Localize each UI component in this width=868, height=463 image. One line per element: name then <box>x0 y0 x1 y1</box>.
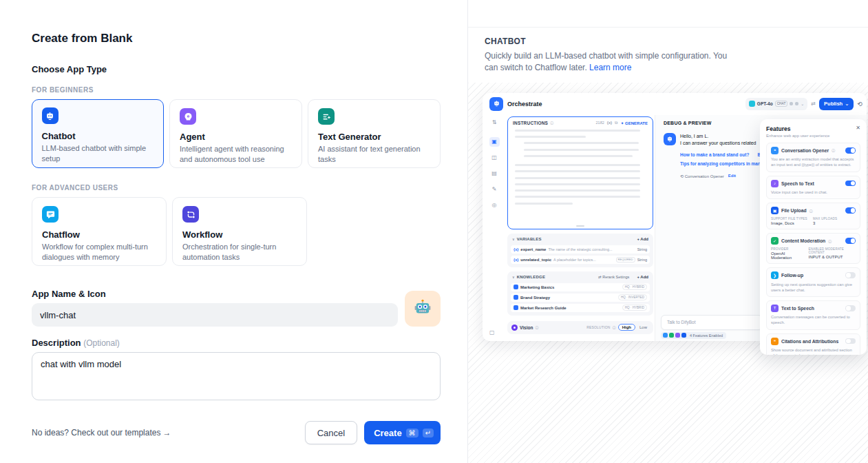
variable-row: {x} unrelated_topic A placeholder for to… <box>511 256 650 264</box>
app-type-card-chatflow[interactable]: Chatflow Workflow for complex multi-turn… <box>32 197 167 266</box>
chat-input: Talk to DifyBot <box>661 315 763 330</box>
description-textarea[interactable]: chat with vllm model <box>32 352 441 400</box>
toggle-on <box>845 181 856 187</box>
nav-annotation-icon: ✎ <box>489 185 500 194</box>
choose-app-type-heading: Choose App Type <box>32 64 441 74</box>
app-type-card-agent[interactable]: Agent Intelligent agent with reasoning a… <box>169 99 302 168</box>
dataset-icon <box>514 295 518 300</box>
preview-pane-topbar <box>468 0 868 28</box>
features-panel: Features ✕ Enhance web app user experien… <box>760 119 867 355</box>
knowledge-row: Marketing Basics HQ · HYBRID <box>511 283 650 291</box>
nav-preview-icon: ◫ <box>489 153 500 163</box>
orchestrate-title: Orchestrate <box>507 101 542 107</box>
toggle-off <box>845 305 856 311</box>
arrow-right-icon: → <box>162 428 171 438</box>
app-name-label: App Name & Icon <box>32 289 398 299</box>
orchestrate-config-column: INSTRUCTIONS ⓘ 2182 {x} ⧉ ✦ GENERATE <box>507 116 653 334</box>
app-type-card-chatbot[interactable]: Chatbot LLM-based chatbot with simple se… <box>32 99 164 168</box>
modal-footer: No ideas? Check out our templates→ Cance… <box>32 421 441 444</box>
knowledge-row: Brand Strategy HQ · INVERTED <box>511 294 650 302</box>
card-description: Intelligent agent with reasoning and aut… <box>180 144 292 164</box>
feature-card-speech-to-text: ♪ Speech to Text Voice input can be used… <box>766 176 860 200</box>
app-type-card-workflow[interactable]: Workflow Orchestration for single-turn a… <box>172 197 307 266</box>
model-selector: GPT-4o CHAT ⌄ <box>745 98 808 110</box>
model-capability-icon <box>790 102 793 105</box>
prompt-skeleton-text <box>508 128 653 205</box>
opener-mini-icon <box>663 333 668 338</box>
edit-opener-link: Edit <box>728 174 736 178</box>
app-avatar-icon <box>489 97 503 111</box>
feature-card-content-moderation: ✓ Content Moderation ⓘ PROVIDER OpenAI M… <box>766 233 860 264</box>
chevron-down-icon: ∨ <box>512 237 515 241</box>
app-type-preview-pane: CHATBOT Quickly build an LLM-based chatb… <box>467 0 868 463</box>
description-label: Description (Optional) <box>32 338 441 348</box>
app-name-input[interactable] <box>32 303 398 327</box>
nav-monitoring-icon: ◎ <box>489 200 500 210</box>
card-title: Workflow <box>182 229 297 240</box>
modal-title: Create from Blank <box>32 32 441 45</box>
cancel-button[interactable]: Cancel <box>305 421 357 444</box>
orchestrate-topbar: Orchestrate GPT-4o CHAT ⌄ ⇄ Publish <box>483 93 867 115</box>
toggle-on <box>845 207 856 214</box>
model-capability-icon <box>795 102 798 105</box>
preview-pane-description: Quickly build an LLM-based chatbot with … <box>485 50 742 74</box>
chevron-down-icon: ∨ <box>512 275 515 279</box>
generate-button: ✦ GENERATE <box>620 121 648 125</box>
model-provider-icon <box>749 101 755 107</box>
toggle-off <box>845 272 856 278</box>
vision-icon <box>511 325 518 331</box>
close-icon: ✕ <box>856 125 860 131</box>
agent-icon <box>180 108 196 125</box>
bot-avatar <box>664 133 676 145</box>
group-label-beginners: FOR BEGINNERS <box>32 86 441 94</box>
card-title: Agent <box>180 132 292 142</box>
microphone-icon: ♪ <box>771 180 779 187</box>
card-title: Text Generator <box>318 132 430 142</box>
templates-link[interactable]: No ideas? Check out our templates→ <box>32 428 171 438</box>
preview-pane-heading: CHATBOT <box>485 37 851 46</box>
text-to-speech-icon: T <box>771 305 779 312</box>
app-icon-picker[interactable] <box>405 291 441 327</box>
card-title: Chatbot <box>42 131 154 141</box>
toggle-off <box>845 338 856 344</box>
nav-logs-icon: ▤ <box>489 169 500 178</box>
workflow-icon <box>182 206 199 223</box>
create-app-screen: Create from Blank Choose App Type FOR BE… <box>0 0 868 463</box>
nav-orchestrate-icon: ▣ <box>489 137 500 147</box>
variables-panel: ∨ VARIABLES + Add {x} expert_name The na… <box>507 234 653 267</box>
collapse-rail-icon: ▢ <box>489 329 495 336</box>
info-icon: ⓘ <box>809 209 813 213</box>
app-name-row: App Name & Icon <box>32 289 441 327</box>
info-icon: ⓘ <box>828 239 832 243</box>
toggle-panel-icon: ⇅ <box>489 118 500 127</box>
history-icon: ⟲ <box>857 101 862 107</box>
info-icon: ⓘ <box>535 325 538 329</box>
feature-card-file-upload: ▣ File Upload ⓘ SUPPORT FILE TYPES Image… <box>766 203 860 229</box>
app-type-card-text-generator[interactable]: Text Generator AI assistant for text gen… <box>308 99 441 168</box>
resolution-high-option: High <box>618 324 635 331</box>
cmd-key-icon: ⌘ <box>406 429 419 438</box>
chatbot-icon <box>42 107 59 124</box>
add-variable-button: + Add <box>637 237 648 241</box>
toggle-on <box>845 238 856 244</box>
card-description: LLM-based chatbot with simple setup <box>42 143 154 163</box>
enter-key-icon: ↵ <box>423 429 434 438</box>
vision-setting-row: Vision ⓘ RESOLUTION ⓘ High Low <box>507 321 653 334</box>
knowledge-row: Market Research Guide HQ · HYBRID <box>511 304 650 312</box>
learn-more-link[interactable]: Learn more <box>589 63 631 72</box>
variable-icon: {x} <box>514 247 518 251</box>
moderation-mini-icon <box>669 333 674 338</box>
preview-screenshot-area: Orchestrate GPT-4o CHAT ⌄ ⇄ Publish <box>468 83 868 463</box>
description-optional-hint: (Optional) <box>83 338 120 348</box>
shield-check-icon: ✓ <box>771 237 779 245</box>
text-generator-icon <box>318 108 335 125</box>
dataset-icon <box>514 285 518 289</box>
create-button[interactable]: Create ⌘ ↵ <box>364 421 441 444</box>
file-upload-mini-icon <box>681 333 686 338</box>
chevron-down-icon: ⌄ <box>845 101 849 107</box>
feature-card-citations: ❞ Citations and Attributions Show source… <box>766 333 860 355</box>
app-icon-robot <box>413 298 432 320</box>
info-icon: ⓘ <box>613 325 616 329</box>
advanced-cards-row: Chatflow Workflow for complex multi-turn… <box>32 197 441 266</box>
rerank-settings-button: ⇄ Rerank Settings <box>598 275 629 279</box>
